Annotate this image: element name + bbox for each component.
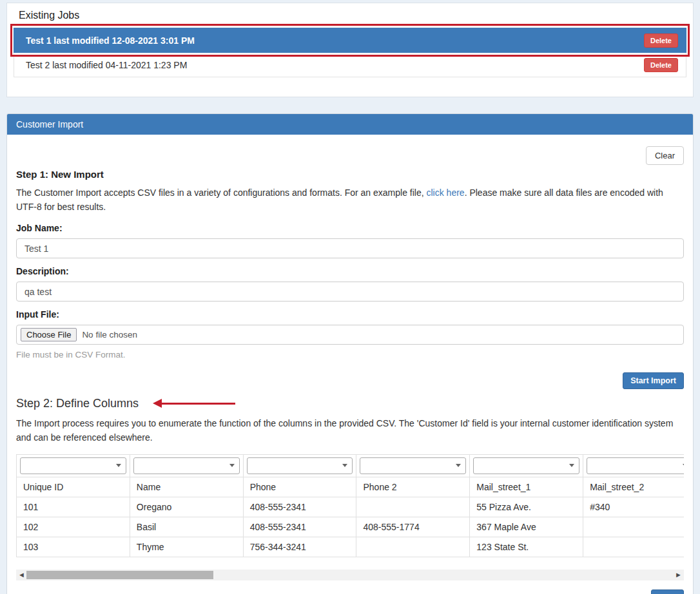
column-select-6[interactable]: [587, 457, 684, 474]
job-label: Test 1 last modified 12-08-2021 3:01 PM: [26, 35, 195, 46]
table-row: 101 Oregano 408-555-2341 55 Pizza Ave. #…: [17, 497, 685, 517]
cell: [583, 517, 684, 537]
step1-intro-text-1: The Customer Import accepts CSV files in…: [16, 187, 427, 198]
customer-import-panel: Customer Import Clear Step 1: New Import…: [6, 113, 694, 594]
clear-button[interactable]: Clear: [646, 146, 684, 165]
cell: Basil: [130, 517, 243, 537]
job-row-test1[interactable]: Test 1 last modified 12-08-2021 3:01 PM …: [14, 28, 686, 53]
scrollbar-thumb[interactable]: [26, 571, 213, 579]
cell: 367 Maple Ave: [470, 517, 583, 537]
step1-intro: The Customer Import accepts CSV files in…: [16, 186, 684, 214]
cell: 408-555-1774: [356, 517, 470, 537]
col-header: Phone 2: [356, 477, 470, 497]
table-row: 102 Basil 408-555-2341 408-555-1774 367 …: [17, 517, 685, 537]
scroll-right-icon[interactable]: ►: [675, 570, 682, 580]
col-header: Mail_street_2: [583, 477, 684, 497]
step2-heading: Step 2: Define Columns: [16, 397, 139, 410]
description-input[interactable]: [16, 282, 684, 302]
job-name-input[interactable]: [16, 238, 684, 258]
delete-job-button[interactable]: Delete: [644, 34, 678, 48]
job-list: Test 1 last modified 12-08-2021 3:01 PM …: [14, 28, 686, 77]
scroll-left-icon[interactable]: ◄: [18, 570, 25, 580]
cell: 103: [17, 537, 130, 557]
cell: 55 Pizza Ave.: [470, 497, 583, 517]
customer-import-body: Clear Step 1: New Import The Customer Im…: [7, 135, 693, 594]
column-select-4[interactable]: [360, 457, 466, 474]
column-select-1[interactable]: [20, 457, 126, 474]
no-file-chosen-text: No file chosen: [82, 330, 137, 340]
job-label: Test 2 last modified 04-11-2021 1:23 PM: [26, 60, 187, 70]
job-name-label: Job Name:: [16, 223, 684, 233]
description-label: Description:: [16, 266, 684, 276]
chevron-down-icon: [342, 464, 347, 467]
start-import-button[interactable]: Start Import: [623, 372, 684, 389]
next-button[interactable]: Next: [651, 589, 684, 594]
define-columns-table: Unique ID Name Phone Phone 2 Mail_street…: [16, 454, 684, 557]
existing-jobs-panel: Existing Jobs Test 1 last modified 12-08…: [6, 3, 694, 97]
col-header: Phone: [243, 477, 356, 497]
example-file-link[interactable]: click here: [427, 187, 465, 198]
table-row: 103 Thyme 756-344-3241 123 State St.: [17, 537, 685, 557]
existing-jobs-title: Existing Jobs: [19, 10, 686, 21]
column-select-row: [17, 454, 685, 477]
cell: 102: [17, 517, 130, 537]
col-header: Name: [130, 477, 243, 497]
cell: [583, 537, 684, 557]
chevron-down-icon: [116, 464, 121, 467]
cell: 101: [17, 497, 130, 517]
cell: 123 State St.: [470, 537, 583, 557]
define-columns-table-wrap: Unique ID Name Phone Phone 2 Mail_street…: [16, 454, 684, 557]
column-select-2[interactable]: [133, 457, 240, 474]
cell: [356, 497, 470, 517]
col-header: Unique ID: [17, 477, 130, 497]
input-file-field[interactable]: Choose File No file chosen: [16, 325, 684, 345]
cell: Oregano: [130, 497, 243, 517]
delete-job-button[interactable]: Delete: [644, 58, 678, 72]
chevron-down-icon: [683, 464, 684, 467]
chevron-down-icon: [229, 464, 235, 467]
chevron-down-icon: [456, 464, 461, 467]
customer-import-header: Customer Import: [7, 114, 693, 135]
column-select-5[interactable]: [473, 457, 579, 474]
cell: 408-555-2341: [243, 497, 356, 517]
csv-format-hint: File must be in CSV Format.: [16, 350, 684, 359]
job-row-test2[interactable]: Test 2 last modified 04-11-2021 1:23 PM …: [14, 52, 686, 77]
choose-file-button[interactable]: Choose File: [21, 328, 77, 341]
step1-heading: Step 1: New Import: [16, 169, 684, 180]
column-select-3[interactable]: [247, 457, 353, 474]
step2-intro: The Import process requires you to enume…: [16, 417, 684, 445]
table-header-row: Unique ID Name Phone Phone 2 Mail_street…: [17, 477, 685, 497]
cell: #340: [583, 497, 684, 517]
annotation-arrow: [161, 403, 235, 405]
cell: 408-555-2341: [243, 517, 356, 537]
col-header: Mail_street_1: [470, 477, 583, 497]
cell: [356, 537, 470, 557]
input-file-label: Input File:: [16, 309, 684, 320]
cell: Thyme: [130, 537, 243, 557]
chevron-down-icon: [569, 464, 574, 467]
cell: 756-344-3241: [243, 537, 356, 557]
horizontal-scrollbar[interactable]: ◄ ►: [16, 570, 684, 580]
